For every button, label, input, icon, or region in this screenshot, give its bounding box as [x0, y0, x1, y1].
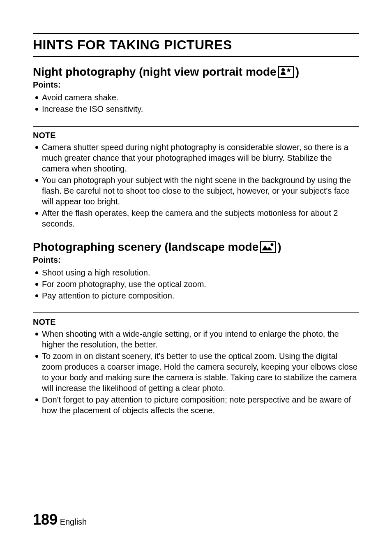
points-list-landscape: Shoot using a high resolution. For zoom …: [33, 267, 359, 301]
section-heading-landscape: Photographing scenery (landscape mode ): [33, 241, 359, 254]
heading-text: Night photography (night view portrait m…: [33, 65, 277, 79]
list-item: Avoid camera shake.: [33, 92, 359, 103]
svg-rect-0: [279, 67, 293, 77]
note-block-landscape: NOTE When shooting with a wide-angle set…: [33, 312, 359, 416]
page-title: HINTS FOR TAKING PICTURES: [33, 33, 359, 57]
list-item: You can photograph your subject with the…: [33, 175, 359, 207]
list-item: After the flash operates, keep the camer…: [33, 208, 359, 229]
page-number: 189: [33, 511, 58, 528]
svg-rect-2: [261, 242, 275, 252]
list-item: Pay attention to picture composition.: [33, 290, 359, 301]
list-item: Increase the ISO sensitivity.: [33, 104, 359, 114]
note-block-night: NOTE Camera shutter speed during night p…: [33, 126, 359, 229]
note-label: NOTE: [33, 131, 359, 140]
section-heading-night: Night photography (night view portrait m…: [33, 65, 359, 79]
points-list-night: Avoid camera shake. Increase the ISO sen…: [33, 92, 359, 114]
svg-point-1: [281, 68, 285, 72]
note-label: NOTE: [33, 317, 359, 327]
night-portrait-mode-icon: [278, 66, 294, 78]
list-item: Don't forget to pay attention to picture…: [33, 394, 359, 416]
points-label: Points:: [33, 80, 359, 90]
heading-text: Photographing scenery (landscape mode: [33, 241, 258, 254]
landscape-mode-icon: [260, 241, 276, 253]
points-label: Points:: [33, 255, 359, 265]
heading-suffix: ): [277, 241, 281, 254]
page-footer: 189 English: [33, 511, 87, 528]
svg-point-3: [271, 243, 274, 246]
note-list-landscape: When shooting with a wide-angle setting,…: [33, 329, 359, 416]
page-language: English: [60, 517, 87, 526]
list-item: To zoom in on distant scenery, it's bett…: [33, 351, 359, 393]
list-item: Shoot using a high resolution.: [33, 267, 359, 278]
heading-suffix: ): [295, 65, 299, 79]
list-item: Camera shutter speed during night photog…: [33, 142, 359, 174]
list-item: When shooting with a wide-angle setting,…: [33, 329, 359, 350]
list-item: For zoom photography, use the optical zo…: [33, 279, 359, 289]
note-list-night: Camera shutter speed during night photog…: [33, 142, 359, 229]
